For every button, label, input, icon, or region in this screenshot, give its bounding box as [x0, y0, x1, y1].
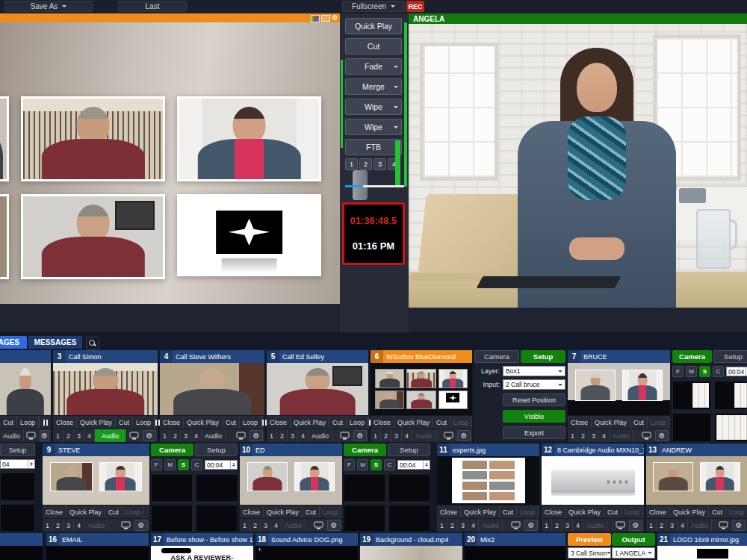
- duration-stepper[interactable]: 00:04: [205, 460, 238, 470]
- close-button[interactable]: Close: [43, 505, 66, 518]
- loop-button[interactable]: Loop: [320, 505, 341, 518]
- input-tile-bruce[interactable]: 7 BRUCE Close Quick Play Cut Loop 1: [568, 350, 670, 442]
- transition-fade-button[interactable]: Fade: [345, 58, 402, 75]
- thumbnail-andrew-set[interactable]: [646, 456, 747, 505]
- monitor-icon[interactable]: [441, 429, 456, 442]
- gear-icon[interactable]: ⚙: [655, 430, 669, 441]
- mix-preview-select[interactable]: 3 Call Simon: [568, 547, 611, 559]
- close-button[interactable]: Close: [240, 505, 264, 518]
- overlay-1-button[interactable]: 1: [53, 429, 63, 442]
- monitor-icon[interactable]: [338, 429, 352, 442]
- preview-title-bar[interactable]: [0, 13, 340, 22]
- s-button[interactable]: S: [178, 459, 189, 470]
- monitor-icon[interactable]: [119, 519, 133, 532]
- program-title-bar[interactable]: ANGELA: [409, 13, 747, 24]
- preset-thumbnail[interactable]: [714, 381, 747, 410]
- transition-cut-button[interactable]: Cut: [345, 38, 402, 55]
- audio-button[interactable]: Audio: [309, 429, 332, 442]
- fullscreen-button[interactable]: Fullscreen: [342, 1, 405, 12]
- f-button[interactable]: F: [344, 459, 355, 470]
- overlay-3-button[interactable]: 3: [562, 519, 573, 532]
- transition-ftb-button[interactable]: FTB: [345, 139, 402, 155]
- duration-stepper[interactable]: 00:04: [397, 460, 430, 470]
- tab-setup[interactable]: Setup: [195, 444, 238, 456]
- overlay-2-button[interactable]: 2: [447, 519, 458, 532]
- rec-button[interactable]: REC: [406, 1, 424, 12]
- s-button[interactable]: S: [371, 459, 382, 470]
- input-tile-call-steve-withers[interactable]: 4 Call Steve Withers Close Quick Play Cu…: [160, 350, 264, 442]
- cut-button[interactable]: Cut: [116, 416, 133, 429]
- monitor-icon[interactable]: [234, 429, 248, 442]
- thumbnail-call-steve[interactable]: [160, 363, 264, 415]
- input-header[interactable]: 16 EMAIL: [46, 533, 149, 546]
- preview-canvas[interactable]: [0, 22, 340, 304]
- quick-play-button[interactable]: Quick Play: [565, 505, 604, 518]
- overlay-4-button[interactable]: 4: [191, 429, 202, 442]
- gear-icon[interactable]: ⚙: [524, 520, 538, 531]
- input-tile-wsixbox[interactable]: 6 WSixBox BlueDiamond Close Quick: [371, 350, 472, 442]
- overlay-2-button[interactable]: 2: [277, 429, 288, 442]
- monitor-icon[interactable]: [716, 519, 731, 532]
- c-button[interactable]: C: [713, 366, 724, 377]
- loop-button[interactable]: Loop: [648, 416, 669, 429]
- monitor-icon[interactable]: [509, 519, 523, 532]
- input-select[interactable]: 2 Call bruce: [503, 379, 565, 390]
- preset-thumbnail[interactable]: [388, 474, 430, 502]
- thumbnail-black[interactable]: [0, 546, 43, 560]
- gear-icon[interactable]: ⚙: [353, 430, 367, 441]
- input-header[interactable]: 6 WSixBox BlueDiamond: [371, 350, 472, 363]
- input-header[interactable]: 5 Call Ed Selley: [267, 350, 368, 363]
- overlay-1-button[interactable]: 1: [43, 519, 53, 532]
- input-header[interactable]: 20 Mix2: [465, 533, 565, 546]
- cut-button[interactable]: Cut: [433, 416, 450, 429]
- visible-button[interactable]: Visible: [503, 410, 565, 423]
- transition-wipe-button[interactable]: Wipe: [345, 99, 402, 115]
- tab-setup[interactable]: Setup: [388, 444, 430, 456]
- export-button[interactable]: Export: [503, 426, 565, 439]
- cut-button[interactable]: Cut: [223, 416, 240, 429]
- tab-camera[interactable]: Camera: [672, 350, 712, 363]
- audio-button[interactable]: Audio: [84, 519, 108, 532]
- input-tile-email[interactable]: 16 EMAIL: [46, 533, 149, 560]
- loop-button[interactable]: Loop: [133, 416, 155, 429]
- cut-button[interactable]: Cut: [0, 416, 17, 429]
- tab-images[interactable]: IMAGES: [0, 336, 27, 349]
- overlay-1-button[interactable]: 1: [240, 519, 250, 532]
- close-button[interactable]: Close: [160, 416, 184, 429]
- thumbnail-call-ed[interactable]: [267, 363, 368, 415]
- transition-wipe2-button[interactable]: Wipe: [345, 119, 402, 135]
- overlay-2-button[interactable]: 2: [250, 519, 261, 532]
- overlay-1-button[interactable]: 1: [646, 519, 657, 532]
- cut-button[interactable]: Cut: [303, 505, 320, 518]
- thumbnail-experts[interactable]: [437, 456, 539, 505]
- tab-camera[interactable]: Camera: [151, 444, 193, 456]
- monitor-icon[interactable]: [311, 519, 326, 532]
- gear-icon[interactable]: ⚙: [134, 520, 148, 531]
- tab-setup[interactable]: Setup: [0, 444, 35, 456]
- loop-button[interactable]: Loop: [123, 505, 144, 518]
- thumbnail-white-hair-man[interactable]: [0, 363, 51, 415]
- overlay-2-button[interactable]: 2: [381, 429, 391, 442]
- audio-button[interactable]: Audio: [583, 519, 607, 532]
- overlay-2-button[interactable]: 2: [552, 519, 562, 532]
- audio-button[interactable]: Audio: [202, 429, 226, 442]
- overlay-1-button[interactable]: 1: [345, 158, 358, 170]
- quick-play-button[interactable]: Quick Play: [77, 416, 116, 429]
- overlay-3-button[interactable]: 3: [458, 519, 468, 532]
- save-as-button[interactable]: Save As: [4, 1, 93, 12]
- input-header[interactable]: 7 BRUCE: [568, 350, 670, 363]
- overlay-3-button[interactable]: 3: [63, 519, 74, 532]
- input-header[interactable]: [0, 350, 51, 363]
- input-header[interactable]: 3 Call Simon: [53, 350, 158, 363]
- loop-button[interactable]: Loop: [726, 505, 747, 518]
- pause-button[interactable]: [39, 416, 51, 429]
- gear-icon[interactable]: ⚙: [143, 430, 156, 441]
- c-button[interactable]: C: [384, 459, 395, 470]
- color-bars-icon[interactable]: [311, 15, 320, 22]
- overlay-2-button[interactable]: 2: [578, 429, 589, 442]
- cut-button[interactable]: Cut: [105, 505, 123, 518]
- overlay-1-button[interactable]: 1: [371, 429, 381, 442]
- overlay-4-button[interactable]: 4: [599, 429, 610, 442]
- input-tile-partial-3[interactable]: [0, 533, 43, 560]
- search-icon[interactable]: [86, 337, 99, 350]
